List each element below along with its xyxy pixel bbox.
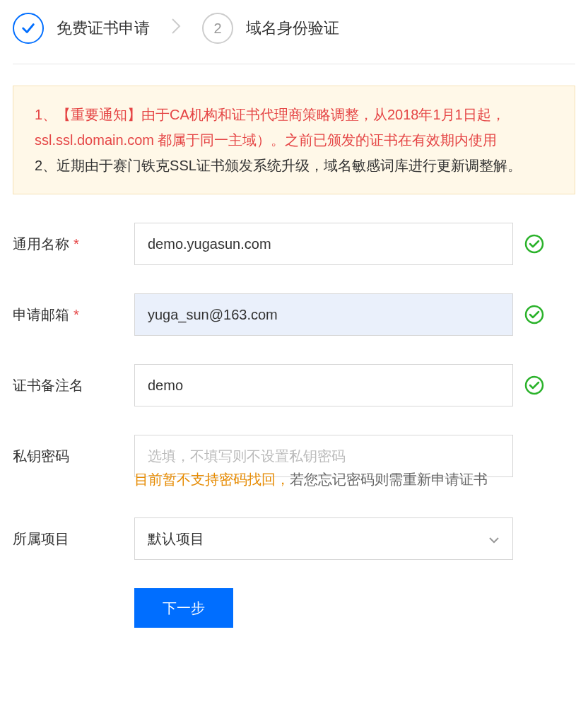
svg-point-0 bbox=[526, 235, 543, 252]
svg-point-1 bbox=[526, 306, 543, 323]
step-2: 2 域名身份验证 bbox=[202, 13, 339, 44]
check-icon bbox=[13, 13, 44, 44]
check-circle-icon bbox=[524, 375, 544, 395]
check-circle-icon bbox=[524, 234, 544, 254]
next-button[interactable]: 下一步 bbox=[134, 588, 233, 628]
notice-line-1: 1、【重要通知】由于CA机构和证书代理商策略调整，从2018年1月1日起，ssl… bbox=[35, 102, 553, 153]
remark-input[interactable] bbox=[134, 364, 513, 406]
row-email: 申请邮箱* bbox=[13, 293, 575, 336]
check-circle-icon bbox=[524, 305, 544, 324]
project-select[interactable]: 默认项目 bbox=[134, 517, 513, 560]
step-2-label: 域名身份验证 bbox=[246, 18, 339, 39]
project-select-value: 默认项目 bbox=[148, 529, 204, 549]
notice-box: 1、【重要通知】由于CA机构和证书代理商策略调整，从2018年1月1日起，ssl… bbox=[13, 86, 575, 194]
svg-point-2 bbox=[526, 377, 543, 394]
label-keypass: 私钥密码 bbox=[13, 447, 134, 466]
chevron-down-icon bbox=[488, 531, 500, 547]
step-2-number: 2 bbox=[202, 13, 233, 44]
row-remark: 证书备注名 bbox=[13, 364, 575, 406]
email-input[interactable] bbox=[134, 293, 513, 336]
step-1-label: 免费证书申请 bbox=[57, 18, 150, 39]
label-common-name: 通用名称* bbox=[13, 235, 134, 254]
label-remark: 证书备注名 bbox=[13, 376, 134, 395]
label-email: 申请邮箱* bbox=[13, 305, 134, 324]
common-name-input[interactable] bbox=[134, 223, 513, 265]
label-project: 所属项目 bbox=[13, 529, 134, 549]
notice-line-2: 2、近期由于赛门铁克SSL证书颁发系统升级，域名敏感词库进行更新调整解。 bbox=[35, 153, 553, 178]
chevron-right-icon bbox=[170, 16, 182, 41]
divider bbox=[13, 64, 575, 64]
step-bar: 免费证书申请 2 域名身份验证 bbox=[13, 13, 575, 64]
row-project: 所属项目 默认项目 bbox=[13, 517, 575, 560]
row-common-name: 通用名称* bbox=[13, 223, 575, 265]
step-1: 免费证书申请 bbox=[13, 13, 150, 44]
